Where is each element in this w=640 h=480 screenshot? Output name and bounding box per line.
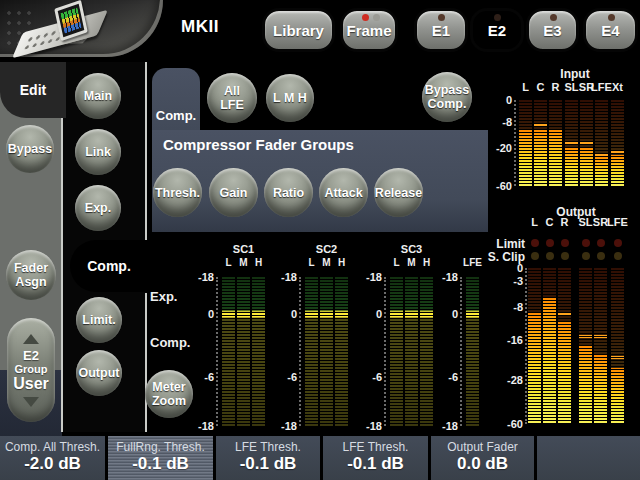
logo-panel [0, 0, 163, 57]
output-scale-label: -60 [487, 418, 523, 430]
output-meter-c [543, 268, 556, 424]
output-meter-fill-sr [594, 355, 607, 424]
param-cell-lfe-thresh-2[interactable]: LFE Thresh. -0.1 dB [323, 436, 428, 480]
engine-e3-button[interactable]: E3 [526, 8, 579, 52]
exp-region-label: Exp. [150, 289, 177, 304]
gain-button-label: Gain [220, 186, 248, 200]
sc-scale-label: -18 [346, 420, 382, 432]
input-scale-ticks [514, 100, 516, 186]
tab-edit[interactable]: Edit [0, 62, 66, 118]
sc-meter-sc1-m [237, 277, 250, 426]
tab-link[interactable]: Link [75, 129, 121, 175]
param-cell-output-fader[interactable]: Output Fader 0.0 dB [431, 436, 534, 480]
output-meter-fill-c [543, 297, 556, 424]
output-scale-label: -3 [487, 275, 523, 287]
bypass-comp-button[interactable]: BypassComp. [422, 72, 472, 122]
sc-scale-label: -18 [422, 420, 458, 432]
nav-divider-bottom [145, 293, 147, 432]
sc-meter-sc1-l [222, 277, 235, 426]
limit-led-r [561, 239, 569, 247]
sc-scale-label: -18 [422, 271, 458, 283]
param-cell-fullrng-thresh[interactable]: FullRng. Thresh. -0.1 dB [108, 436, 213, 480]
up-arrow-icon[interactable] [23, 334, 39, 344]
output-meter-fill-sl [579, 345, 592, 424]
soft-clip-led-lfe [614, 252, 622, 260]
engine-e4-button[interactable]: E4 [583, 8, 638, 52]
param-value: 0.0 dB [431, 454, 534, 474]
sidebar-divider [61, 118, 63, 432]
output-meter-sl [579, 268, 592, 424]
input-peak-sl [565, 142, 578, 145]
release-button[interactable]: Release [374, 168, 423, 217]
down-arrow-icon[interactable] [23, 397, 39, 407]
output-meter-l [528, 268, 541, 424]
panel-title: Compressor Fader Groups [163, 136, 354, 153]
fader-asgn-button[interactable]: FaderAsgn [6, 250, 56, 300]
tab-edit-label: Edit [20, 82, 46, 98]
bypass-button[interactable]: Bypass [6, 125, 54, 173]
engine-e1-button[interactable]: E1 [414, 8, 468, 52]
ratio-button[interactable]: Ratio [264, 168, 313, 217]
nav-divider-top [145, 62, 147, 240]
sc-group-label-sc2: SC2 [307, 243, 347, 255]
tab-exp[interactable]: Exp. [75, 185, 121, 231]
tab-main[interactable]: Main [75, 73, 121, 119]
e3-button-label: E3 [543, 22, 561, 39]
limit-led-lfe [614, 239, 622, 247]
all-lfe-button[interactable]: AllLFE [207, 73, 257, 123]
sc-channel-label: H [244, 257, 274, 268]
param-cell-lfe-thresh-1[interactable]: LFE Thresh. -0.1 dB [216, 436, 320, 480]
limit-led-sl [582, 239, 590, 247]
param-value: -2.0 dB [0, 454, 105, 474]
lmh-button[interactable]: L M H [266, 74, 314, 122]
output-channel-label-lfe: LFE [603, 216, 633, 228]
sc-meter-sc2-l [305, 277, 318, 426]
output-scale-label: -16 [487, 334, 523, 346]
sc-meter-sc2-h [335, 277, 348, 426]
tab-limit-label: Limit. [82, 313, 115, 327]
gain-button[interactable]: Gain [209, 168, 258, 217]
param-value: -0.1 dB [323, 454, 428, 474]
engine-e2-button[interactable]: E2 [470, 8, 524, 52]
param-cell-comp-all-thresh[interactable]: Comp. All Thresh. -2.0 dB [0, 436, 105, 480]
thresh-button[interactable]: Thresh. [153, 168, 202, 217]
comp-region-label: Comp. [150, 335, 190, 350]
device-screen-content [60, 7, 82, 33]
comp-page-tab[interactable]: Comp. [152, 68, 200, 130]
input-meter-sl [565, 100, 578, 186]
group-selector[interactable]: E2 Group User [7, 318, 55, 422]
output-scale-label: -28 [487, 374, 523, 386]
library-button[interactable]: Library [262, 8, 335, 52]
param-cell-empty [537, 436, 640, 480]
tab-output[interactable]: Output [76, 350, 122, 396]
frame-button[interactable]: Frame [340, 8, 398, 52]
soft-clip-led-c [546, 252, 554, 260]
input-meter-fill-l [519, 130, 532, 186]
sc-meter-lfe-lfe [466, 277, 479, 426]
input-meter-xt [611, 100, 624, 186]
limit-led-l [531, 239, 539, 247]
tab-limit[interactable]: Limit. [76, 297, 122, 343]
input-scale-label: -60 [476, 180, 512, 192]
meter-zoom-button-label: MeterZoom [152, 380, 186, 408]
output-scale-label: -8 [487, 301, 523, 313]
sc-group-label-sc3: SC3 [392, 243, 432, 255]
e4-button-label: E4 [601, 22, 619, 39]
input-meter-fill-sl [565, 147, 578, 186]
sc-scale-label: -6 [346, 371, 382, 383]
sc-scale-label: 0 [261, 308, 297, 320]
e2-button-label: E2 [488, 22, 506, 39]
param-label: LFE Thresh. [323, 440, 428, 454]
limit-label: Limit [481, 237, 525, 251]
output-peak-r [558, 312, 571, 315]
sc-scale-ticks [460, 277, 462, 426]
input-scale-label: -20 [476, 142, 512, 154]
tab-exp-label: Exp. [85, 201, 111, 215]
tab-link-label: Link [85, 145, 111, 159]
input-peak-sr [580, 142, 593, 145]
attack-button[interactable]: Attack [319, 168, 368, 217]
tab-comp-selected[interactable]: Comp. [70, 240, 148, 292]
sc-group-label-sc1: SC1 [224, 243, 264, 255]
input-meter-l [519, 100, 532, 186]
input-peak-lfe [595, 153, 608, 156]
